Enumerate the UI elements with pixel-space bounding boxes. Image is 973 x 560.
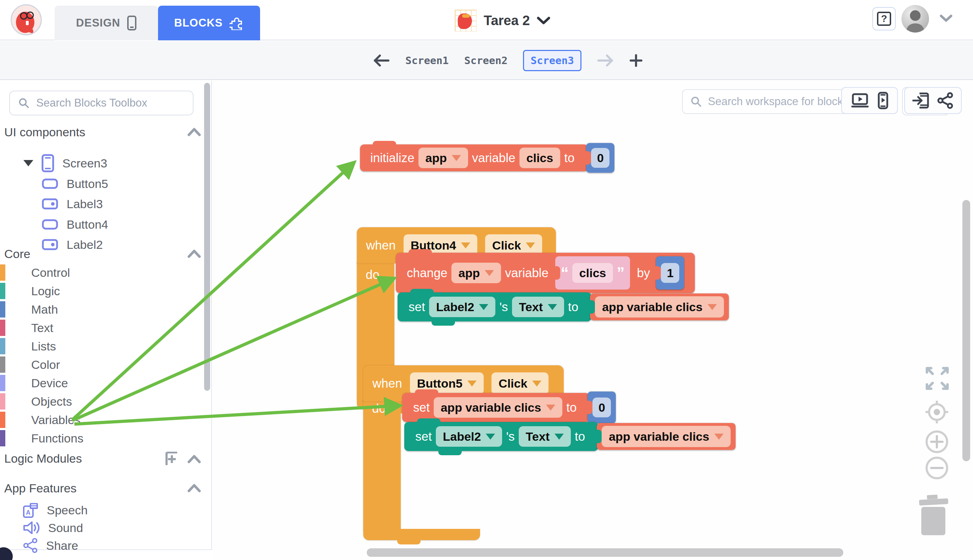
app-logo[interactable]	[11, 4, 42, 35]
tab-screen3-active[interactable]: Screen3	[523, 50, 581, 71]
tree-label: Button4	[67, 218, 108, 232]
sidebar-item-sound[interactable]: Sound	[0, 519, 199, 537]
sidebar-item-logic[interactable]: Logic	[0, 282, 199, 300]
open-quote: “	[561, 264, 569, 282]
sidebar-item-share[interactable]: Share	[0, 537, 199, 554]
category-color-bar	[0, 375, 5, 391]
chevron-down-icon	[537, 16, 550, 25]
sidebar-item-label3[interactable]: Label3	[0, 194, 199, 213]
category-label: Device	[31, 376, 68, 390]
category-color-bar	[0, 301, 5, 318]
variable-scope-dropdown[interactable]: app	[451, 263, 501, 283]
block-keyword: set	[411, 429, 436, 443]
recenter-icon[interactable]	[924, 399, 950, 425]
block-keyword: to	[562, 400, 580, 415]
web-preview-icon[interactable]	[851, 93, 869, 108]
number-value-block[interactable]: 0	[587, 392, 616, 423]
tab-blocks[interactable]: BLOCKS	[158, 6, 260, 40]
sidebar-item-device[interactable]: Device	[0, 374, 199, 392]
text-string-block[interactable]: “ clics ”	[555, 256, 630, 290]
variable-scope-dropdown[interactable]: app	[418, 148, 468, 168]
category-label: Control	[31, 266, 70, 280]
back-arrow-icon[interactable]	[373, 54, 390, 67]
app-features-collapse-icon[interactable]	[187, 483, 201, 494]
variable-name-field[interactable]: clics	[520, 148, 560, 168]
core-collapse-icon[interactable]	[187, 249, 201, 260]
install-on-device-icon[interactable]	[913, 92, 930, 109]
blocks-workspace[interactable]: initialize app variable clics to 0 when …	[212, 81, 973, 560]
account-chevron-down-icon[interactable]	[940, 14, 953, 24]
sidebar-item-screen3[interactable]: Screen3	[0, 153, 199, 173]
share-project-icon[interactable]	[937, 92, 953, 109]
number-value-block[interactable]: 1	[656, 256, 684, 290]
tree-label: Label2	[67, 238, 103, 252]
sidebar-item-button5[interactable]: Button5	[0, 174, 199, 193]
blocks-tab-label: BLOCKS	[174, 17, 223, 29]
sidebar-scrollbar[interactable]	[204, 83, 210, 391]
toolbox-search[interactable]	[9, 91, 194, 115]
toolbox-search-input[interactable]	[36, 97, 184, 109]
sidebar-item-functions[interactable]: Functions	[0, 429, 199, 447]
block-change-variable[interactable]: change app variable “ clics ” by 1	[396, 253, 695, 293]
sidebar-item-color[interactable]: Color	[0, 355, 199, 374]
category-label: Objects	[31, 395, 72, 408]
string-value[interactable]: clics	[572, 263, 614, 283]
block-keyword: to	[564, 300, 582, 314]
variable-dropdown[interactable]: app variable clics	[434, 397, 563, 418]
block-set-label-text[interactable]: set Label2 's Text to app variable clics	[398, 292, 729, 322]
property-dropdown[interactable]: Text	[512, 297, 564, 317]
variable-getter-block[interactable]: app variable clics	[597, 423, 736, 450]
sidebar-item-lists[interactable]: Lists	[0, 337, 199, 355]
event-dropdown[interactable]: Click	[492, 372, 548, 394]
tree-expand-caret-icon[interactable]	[23, 160, 33, 167]
sidebar-item-variables[interactable]: Variables	[0, 411, 199, 429]
trash-icon[interactable]	[916, 494, 950, 536]
sidebar-item-speech[interactable]: A Speech	[0, 501, 199, 519]
variable-getter-block[interactable]: app variable clics	[590, 293, 729, 320]
feature-label: Sound	[48, 521, 83, 535]
sidebar-item-text[interactable]: Text	[0, 318, 199, 337]
user-avatar[interactable]	[901, 5, 929, 33]
category-color-bar	[0, 320, 5, 336]
thunkable-blocks-editor: DESIGN BLOCKS Tarea 2 ?	[0, 0, 973, 560]
block-tab	[438, 450, 462, 455]
block-keyword: 's	[495, 300, 512, 314]
tab-screen1[interactable]: Screen1	[405, 55, 448, 67]
zoom-in-icon[interactable]	[925, 430, 949, 454]
sidebar-item-objects[interactable]: Objects	[0, 392, 199, 411]
category-label: Logic	[31, 284, 60, 298]
block-initialize-variable[interactable]: initialize app variable clics to 0	[360, 143, 614, 173]
ui-components-collapse-icon[interactable]	[187, 127, 201, 138]
property-dropdown[interactable]: Text	[519, 426, 571, 447]
block-notch	[417, 418, 440, 423]
workspace-horizontal-scrollbar[interactable]	[367, 548, 843, 557]
add-screen-icon[interactable]	[630, 54, 642, 67]
zoom-out-icon[interactable]	[925, 456, 949, 480]
phone-icon	[127, 15, 136, 30]
dropdown-caret-icon	[548, 304, 557, 310]
add-module-icon[interactable]	[165, 452, 179, 466]
component-dropdown[interactable]: Label2	[429, 297, 496, 317]
tab-screen2[interactable]: Screen2	[464, 55, 507, 67]
sidebar-item-button4[interactable]: Button4	[0, 215, 199, 234]
component-dropdown[interactable]: Label2	[436, 426, 502, 447]
forward-arrow-icon[interactable]	[597, 54, 614, 67]
sidebar-item-math[interactable]: Math	[0, 300, 199, 318]
top-bar: DESIGN BLOCKS Tarea 2 ?	[0, 0, 973, 40]
sidebar-item-control[interactable]: Control	[0, 263, 199, 282]
workspace-vertical-scrollbar[interactable]	[962, 200, 970, 461]
project-name: Tarea 2	[484, 13, 530, 28]
logic-modules-collapse-icon[interactable]	[187, 455, 201, 465]
beaver-logo-icon	[12, 5, 41, 34]
block-set-label-text[interactable]: set Label2 's Text to app variable clics	[404, 422, 736, 451]
category-color-bar	[0, 265, 5, 281]
sound-icon	[23, 520, 40, 535]
live-test-phone-icon[interactable]	[878, 92, 888, 109]
help-button[interactable]: ?	[873, 7, 896, 30]
number-value-block[interactable]: 0	[586, 143, 614, 173]
block-tab	[397, 540, 421, 545]
tab-design[interactable]: DESIGN	[55, 6, 158, 40]
project-menu[interactable]: Tarea 2	[455, 8, 550, 33]
ui-components-header: UI components	[4, 125, 85, 139]
fullscreen-icon[interactable]	[926, 367, 949, 390]
